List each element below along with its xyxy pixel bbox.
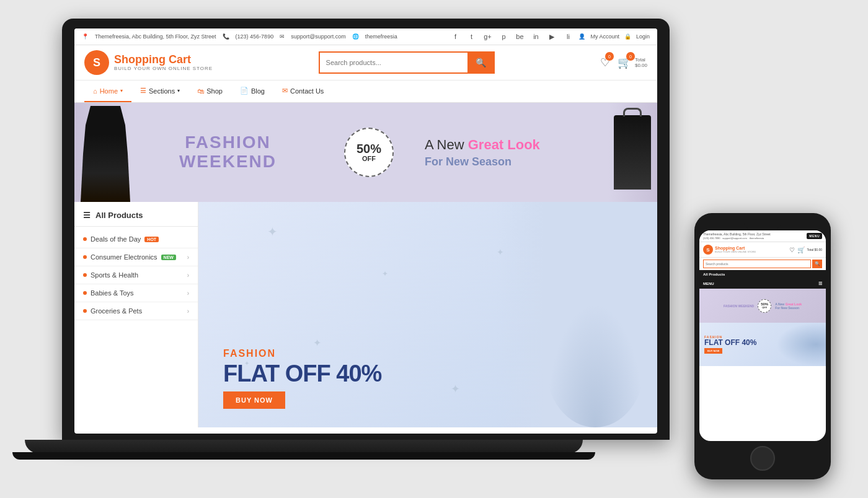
phone-search-button[interactable]: 🔍 <box>812 260 822 268</box>
pinterest-icon[interactable]: p <box>498 31 509 42</box>
laptop-base-bottom <box>12 452 595 460</box>
phone-flat-banner: FASHION FLAT OFF 40% BUY NOW <box>699 323 826 366</box>
phone-banner-right-text: A New Great Look For New Season <box>775 302 802 310</box>
nav-sections-label: Sections <box>149 87 175 95</box>
great-look-label: Great Look <box>468 137 540 152</box>
search-input[interactable] <box>319 51 467 74</box>
fashion-weekend-text: FASHION WEEKEND <box>143 133 313 172</box>
new-great-look: A New Great Look <box>425 137 595 153</box>
hot-badge: HOT <box>144 237 159 242</box>
sidebar-title-label: All Products <box>95 211 143 220</box>
hero-banner: FASHION WEEKEND 50% OFF A New Great Look… <box>74 103 657 202</box>
phone-address-text: Themefreesia, Abc Building, 5th Floor, Z… <box>703 232 771 236</box>
sidebar-title: ☰ All Products <box>74 211 198 227</box>
search-icon: 🔍 <box>476 58 486 68</box>
laptop-frame: 📍 Themefreesia, Abc Building, 5th Floor,… <box>62 19 670 440</box>
googleplus-icon[interactable]: g+ <box>482 31 493 42</box>
nav-home-label: Home <box>100 87 118 95</box>
sidebar-item-left-sports: Sports & Health <box>83 271 138 279</box>
phone-notch <box>744 221 781 228</box>
logo-letter: S <box>93 56 100 69</box>
phone-icon: 📞 <box>223 33 229 40</box>
sidebar-item-groceries[interactable]: Groceries & Pets › <box>74 302 198 320</box>
twitter-icon[interactable]: t <box>466 31 477 42</box>
site-subtitle: BUILD YOUR OWN ONLINE STORE <box>114 66 213 71</box>
phone-banner-fashion: FASHION WEEKEND <box>724 304 754 308</box>
nav-blog[interactable]: 📄 Blog <box>231 81 273 102</box>
main-content: FASHION WEEKEND 50% OFF A New Great Look… <box>74 103 657 427</box>
phone-frame: Themefreesia, Abc Building, 5th Floor, Z… <box>694 213 831 479</box>
phone-wishlist-icon[interactable]: ♡ <box>789 247 795 253</box>
phone-menu-label2: MENU <box>703 282 714 286</box>
phone-address: Themefreesia, Abc Building, 5th Floor, Z… <box>703 232 771 240</box>
phone-mini-banner: FASHION WEEKEND 50% OFF A New Great Look… <box>699 289 826 323</box>
phone-search-icon: 🔍 <box>815 261 820 266</box>
discount-percentage: 50% <box>356 142 381 155</box>
phone-website: themefreesia <box>750 237 764 240</box>
nav-sections[interactable]: ☰ Sections ▾ <box>131 81 188 102</box>
sidebar-dot-groceries <box>83 309 87 313</box>
sidebar-item-babies[interactable]: Babies & Toys › <box>74 284 198 302</box>
cart-area[interactable]: 🛒 0 Total $0.00 <box>618 56 647 69</box>
hero-left-image <box>74 103 130 202</box>
phone-banner-weekend: FASHION WEEKEND <box>724 304 754 308</box>
flickr-icon[interactable]: ▶ <box>546 31 557 42</box>
account-icon: 👤 <box>578 33 585 40</box>
phone-total-amount: $0.00 <box>814 248 822 251</box>
sidebar-dot-babies <box>83 291 87 295</box>
phone-search-input[interactable] <box>703 260 811 268</box>
phone-top-bar: Themefreesia, Abc Building, 5th Floor, Z… <box>699 230 826 242</box>
site-title[interactable]: Shopping Cart <box>114 54 213 66</box>
linkedin-icon[interactable]: li <box>562 31 574 42</box>
sidebar-menu-icon: ☰ <box>83 211 91 220</box>
phone-section-title: All Products <box>699 270 826 279</box>
phone-total-label: Total <box>807 248 814 251</box>
buy-now-button[interactable]: BUY NOW <box>223 391 285 409</box>
phone-buy-button[interactable]: BUY NOW <box>704 348 722 354</box>
sidebar-item-electronics[interactable]: Consumer Electronics NEW › <box>74 248 198 266</box>
phone-home-button[interactable] <box>750 446 775 471</box>
phone-figure <box>776 323 826 366</box>
laptop-screen: 📍 Themefreesia, Abc Building, 5th Floor,… <box>74 28 657 434</box>
sidebar: ☰ All Products Deals of the Day HOT <box>74 202 198 427</box>
header-icons: ♡ 0 🛒 0 Total $0.00 <box>600 56 647 69</box>
laptop-container: 📍 Themefreesia, Abc Building, 5th Floor,… <box>0 0 868 498</box>
groceries-label: Groceries & Pets <box>91 307 142 315</box>
email-icon: ✉ <box>280 33 285 40</box>
search-area: 🔍 <box>319 51 495 74</box>
a-new-label: A New <box>425 137 464 152</box>
phone-logo-icon: S <box>703 245 713 255</box>
banner-fashion-label: FASHION <box>223 348 381 359</box>
sidebar-dot-electronics <box>83 255 87 259</box>
new-badge: NEW <box>161 255 176 260</box>
sidebar-item-left-babies: Babies & Toys <box>83 289 134 297</box>
my-account-link[interactable]: My Account <box>590 33 619 40</box>
discount-circle: 50% OFF <box>344 128 394 177</box>
phone-cart-total: Total $0.00 <box>807 248 822 251</box>
laptop-base <box>25 440 583 453</box>
nav-shop[interactable]: 🛍 Shop <box>188 81 231 102</box>
wishlist-icon[interactable]: ♡ 0 <box>600 56 610 69</box>
nav-home[interactable]: ⌂ Home ▾ <box>84 81 131 102</box>
sections-dropdown-icon: ▾ <box>177 88 180 94</box>
phone-menu-button[interactable]: MENU <box>807 233 822 239</box>
instagram-icon[interactable]: in <box>530 31 541 42</box>
sidebar-item-left-deals: Deals of the Day HOT <box>83 235 159 243</box>
nav-contact-label: Contact Us <box>290 87 324 95</box>
phone-header: S Shopping Cart BUILD YOUR OWN ONLINE ST… <box>699 242 826 258</box>
blog-icon: 📄 <box>240 87 249 95</box>
phone-logo-subtitle: BUILD YOUR OWN ONLINE STORE <box>715 250 756 253</box>
nav-contact[interactable]: ✉ Contact Us <box>273 81 332 102</box>
chevron-sports: › <box>187 272 189 279</box>
logo-icon: S <box>84 50 109 75</box>
nav: ⌂ Home ▾ ☰ Sections ▾ 🛍 Shop 📄 Blog <box>74 81 657 103</box>
sidebar-item-deals[interactable]: Deals of the Day HOT <box>74 230 198 248</box>
search-button[interactable]: 🔍 <box>467 51 495 74</box>
login-link[interactable]: Login <box>636 33 650 40</box>
facebook-icon[interactable]: f <box>450 31 461 42</box>
address-text: Themefreesia, Abc Building, 5th Floor, Z… <box>95 33 216 40</box>
phone-cart-icon[interactable]: 🛒 <box>797 247 805 253</box>
behance-icon[interactable]: be <box>514 31 525 42</box>
header: S Shopping Cart BUILD YOUR OWN ONLINE ST… <box>74 45 657 81</box>
sidebar-item-sports[interactable]: Sports & Health › <box>74 266 198 284</box>
